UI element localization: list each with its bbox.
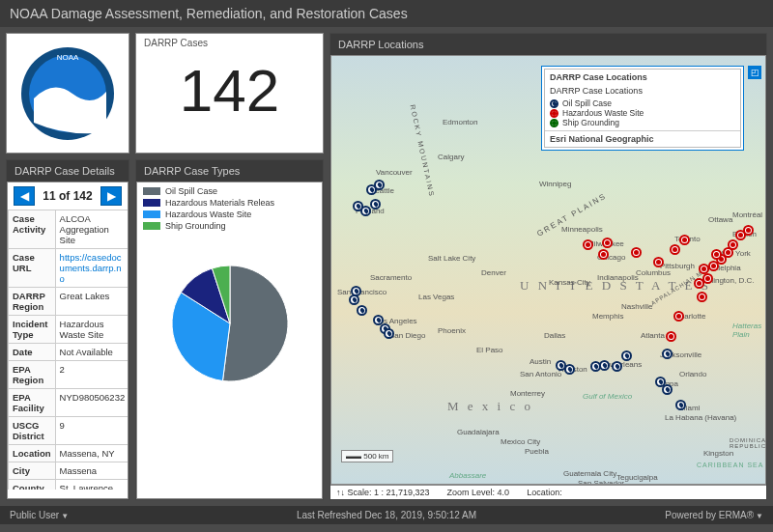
details-scroll[interactable]: Case ActivityALCOA Aggregation SiteCase …: [8, 210, 128, 490]
table-row: Incident TypeHazardous Waste Site: [9, 316, 129, 344]
details-panel: DARRP Case Details ◀ 11 of 142 ▶ Case Ac…: [6, 159, 129, 500]
case-url-link[interactable]: https://casedocuments.darrp.no: [60, 252, 122, 284]
table-row: DateNot Available: [9, 344, 129, 361]
map-legend-basemap: Esri National Geographic: [545, 130, 740, 147]
details-table: Case ActivityALCOA Aggregation SiteCase …: [8, 210, 128, 490]
svg-text:NOAA: NOAA: [57, 53, 79, 62]
footer-bar: Public User▼ Last Refreshed Dec 18, 2019…: [0, 506, 773, 524]
noaa-logo-icon: NOAA: [19, 45, 116, 142]
table-row: CountySt. Lawrence: [9, 480, 129, 490]
pie-chart: [137, 256, 322, 391]
legend-item: Hazardous Waste Site: [143, 210, 316, 219]
footer-refreshed: Last Refreshed Dec 18, 2019, 9:50:12 AM: [297, 510, 476, 520]
types-panel-title: DARRP Case Types: [136, 160, 323, 182]
legend-item: Oil Spill Case: [143, 186, 316, 196]
types-panel-body: Oil Spill CaseHazardous Materials Releas…: [136, 182, 323, 499]
app-header: NOAA Damage Assessment, Remediation, and…: [0, 0, 773, 27]
prev-case-button[interactable]: ◀: [14, 186, 35, 206]
table-row: EPA FacilityNYD980506232: [9, 389, 129, 417]
table-row: USCG District9: [9, 417, 129, 445]
table-row: EPA Region2: [9, 361, 129, 389]
map-scale-bar: ▬▬ 500 km: [341, 450, 393, 462]
types-legend: Oil Spill CaseHazardous Materials Releas…: [137, 182, 322, 237]
table-row: DARRP RegionGreat Lakes: [9, 288, 129, 316]
footer-user: Public User: [10, 510, 59, 520]
legend-item: Ship Grounding: [143, 221, 316, 231]
cases-count-value: 142: [136, 52, 323, 130]
footer-powered: Powered by ERMA®: [665, 510, 754, 520]
table-row: CityMassena: [9, 462, 129, 480]
map-legend-title: DARRP Case Locations: [545, 70, 740, 85]
table-row: LocationMassena, NY: [9, 445, 129, 462]
next-case-button[interactable]: ▶: [100, 186, 122, 206]
details-panel-body: ◀ 11 of 142 ▶ Case ActivityALCOA Aggrega…: [7, 182, 129, 499]
table-row: Case ActivityALCOA Aggregation Site: [9, 210, 129, 249]
cases-count-card: DARRP Cases 142: [135, 33, 324, 154]
noaa-logo-card: NOAA: [6, 33, 129, 154]
map-canvas[interactable]: ◰ DARRP Case Locations DARRP Case Locati…: [330, 55, 766, 485]
app-title: NOAA Damage Assessment, Remediation, and…: [10, 6, 408, 21]
types-panel: DARRP Case Types Oil Spill CaseHazardous…: [135, 159, 324, 500]
case-position-label: 11 of 142: [43, 189, 92, 203]
table-row: Case URLhttps://casedocuments.darrp.no: [9, 249, 129, 288]
locations-panel: DARRP Locations ◰ DARRP Case Locations D…: [329, 33, 767, 500]
powered-dropdown-icon[interactable]: ▼: [756, 512, 763, 520]
cases-panel-title: DARRP Cases: [136, 34, 323, 52]
locations-panel-title: DARRP Locations: [330, 34, 766, 55]
user-dropdown-icon[interactable]: ▼: [61, 512, 69, 520]
details-panel-title: DARRP Case Details: [7, 160, 129, 182]
main-grid: NOAA DARRP Cases 142 DARRP Locations ◰ D…: [0, 27, 773, 506]
map-status-bar: ↑↓ Scale: 1 : 21,719,323 Zoom Level: 4.0…: [330, 485, 766, 499]
map-legend-subtitle: DARRP Case Locations: [545, 85, 740, 98]
map-legend[interactable]: DARRP Case Locations DARRP Case Location…: [541, 66, 744, 151]
map-expand-button[interactable]: ◰: [748, 66, 761, 79]
legend-item: Hazardous Materials Releas: [143, 198, 316, 208]
